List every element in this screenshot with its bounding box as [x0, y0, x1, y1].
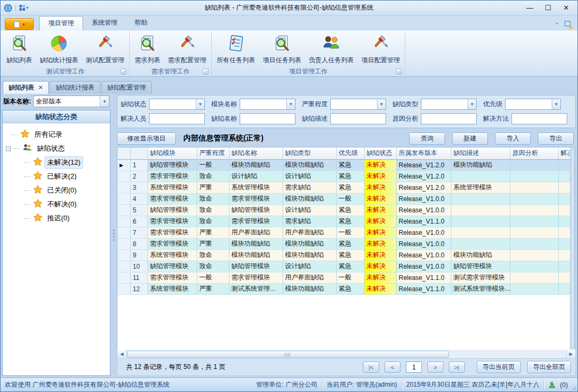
cell-severity[interactable]: 严重: [197, 227, 229, 238]
scrollbar-thumb[interactable]: [571, 149, 575, 349]
cell-analysis[interactable]: [510, 159, 558, 171]
ribbon-tab-帮助[interactable]: 帮助: [126, 16, 156, 31]
tree-item-所有记录[interactable]: 所有记录: [4, 128, 109, 142]
cell-priority[interactable]: 一般: [336, 193, 364, 204]
last-page-button[interactable]: >|: [449, 361, 465, 373]
cell-type[interactable]: 需求缺陷: [283, 216, 336, 227]
cell-module[interactable]: 系统管理模块: [147, 283, 197, 294]
window-arrow-icon[interactable]: [565, 21, 573, 28]
cell-priority[interactable]: 紧急: [336, 204, 364, 216]
cell-desc[interactable]: [451, 204, 510, 216]
cell-analysis[interactable]: [510, 171, 558, 182]
table-row[interactable]: 8需求管理模块严重模块功能缺陷模块功能缺陷紧急未解决Release_V1.0.0: [117, 238, 570, 249]
cell-solution[interactable]: [558, 249, 570, 261]
cell-type[interactable]: 需求缺陷: [283, 182, 336, 193]
cell-name[interactable]: 用户界面缺陷: [229, 227, 283, 238]
ribbon-button-需求列表[interactable]: 需求列表: [131, 33, 164, 66]
doc-tab-缺陷配置管理[interactable]: 缺陷配置管理: [101, 81, 152, 94]
cell-type[interactable]: 模块功能缺陷: [283, 159, 336, 171]
tree-item-不解决(0)[interactable]: 不解决(0): [4, 197, 109, 211]
column-header-解决方法[interactable]: 解决方法: [558, 147, 570, 159]
ribbon-button-缺陷统计报表[interactable]: 缺陷统计报表: [36, 33, 82, 66]
cell-version[interactable]: Release_V1.0.0: [396, 249, 451, 261]
user-icon[interactable]: [549, 381, 557, 389]
scroll-left-icon[interactable]: ◀: [117, 350, 127, 358]
cell-status[interactable]: 未解决: [364, 159, 396, 171]
cell-status[interactable]: 未解决: [364, 204, 396, 216]
cell-type[interactable]: 模块功能缺陷: [283, 193, 336, 204]
column-header-缺陷状态[interactable]: 缺陷状态: [364, 147, 396, 159]
导入-button[interactable]: 导入: [495, 132, 531, 145]
doc-tab-缺陷列表[interactable]: 缺陷列表✕: [3, 81, 49, 94]
cell-analysis[interactable]: [510, 193, 558, 204]
filter-input-原因分析[interactable]: [421, 114, 476, 124]
cell-severity[interactable]: 致命: [197, 193, 229, 204]
cell-desc[interactable]: 测试需求管理模块: [451, 272, 510, 283]
cell-name[interactable]: 模块功能缺陷: [229, 159, 283, 171]
application-menu-button[interactable]: ▾: [5, 18, 34, 30]
cell-module[interactable]: 需求管理模块: [147, 171, 197, 182]
table-row[interactable]: 10缺陷管理模块致命缺陷管理模块设计缺陷紧急未解决Release_V1.0.0缺…: [117, 261, 570, 272]
cell-desc[interactable]: [451, 171, 510, 182]
cell-status[interactable]: 未解决: [364, 227, 396, 238]
column-header-缺陷模块[interactable]: 缺陷模块: [147, 147, 197, 159]
cell-solution[interactable]: [558, 204, 570, 216]
cell-priority[interactable]: 紧急: [336, 216, 364, 227]
ribbon-button-项目配置管理[interactable]: 项目配置管理: [358, 33, 404, 66]
cell-priority[interactable]: 一般: [336, 272, 364, 283]
column-header-缺陷描述[interactable]: 缺陷描述: [451, 147, 510, 159]
doc-tab-缺陷统计报表[interactable]: 缺陷统计报表: [50, 81, 100, 94]
dialog-launcher-icon[interactable]: ◿: [121, 69, 127, 75]
ribbon-tab-系统管理[interactable]: 系统管理: [83, 16, 126, 31]
cell-version[interactable]: Release_V1.0.0: [396, 204, 451, 216]
column-header-所属发布版本[interactable]: 所属发布版本: [396, 147, 451, 159]
page-number-input[interactable]: [406, 361, 422, 373]
cell-desc[interactable]: [451, 193, 510, 204]
chevron-down-icon[interactable]: ▼: [552, 99, 560, 109]
cell-severity[interactable]: 严重: [197, 283, 229, 294]
cell-severity[interactable]: 致命: [197, 249, 229, 261]
resize-grip[interactable]: [571, 385, 576, 390]
cell-status[interactable]: 未解决: [364, 283, 396, 294]
cell-analysis[interactable]: [510, 227, 558, 238]
filter-input-严重程度[interactable]: [331, 99, 377, 109]
cell-type[interactable]: 用户界面缺陷: [283, 227, 336, 238]
column-header-严重程度[interactable]: 严重程度: [197, 147, 229, 159]
filter-input-优先级[interactable]: [506, 99, 552, 109]
chevron-down-icon[interactable]: ▼: [377, 99, 386, 109]
cell-solution[interactable]: [558, 182, 570, 193]
导出全部页-button[interactable]: 导出全部页: [527, 361, 571, 373]
ribbon-button-测试配置管理[interactable]: 测试配置管理: [82, 33, 128, 66]
cell-desc[interactable]: 模块功能缺陷: [451, 249, 510, 261]
ribbon-tab-项目管理[interactable]: 项目管理: [39, 16, 83, 31]
table-row[interactable]: 12系统管理模块严重测试系统管理...模块功能缺陷紧急未解决Release_V1…: [117, 283, 570, 294]
cell-type[interactable]: 设计缺陷: [283, 171, 336, 182]
filter-input-解决方法[interactable]: [512, 114, 567, 124]
table-row[interactable]: 5缺陷管理模块致命缺陷管理模块设计缺陷紧急未解决Release_V1.0.0: [117, 204, 570, 216]
cell-solution[interactable]: [558, 216, 570, 227]
column-header-缺陷类型[interactable]: 缺陷类型: [283, 147, 336, 159]
cell-module[interactable]: 缺陷管理模块: [147, 159, 197, 171]
新建-button[interactable]: 新建: [452, 132, 488, 145]
modify-columns-button[interactable]: 修改显示项目: [117, 132, 176, 145]
cell-priority[interactable]: 紧急: [336, 171, 364, 182]
cell-severity[interactable]: 致命: [197, 204, 229, 216]
cell-desc[interactable]: 缺陷管理模块: [451, 261, 510, 272]
cell-priority[interactable]: 紧急: [336, 283, 364, 294]
cell-type[interactable]: 模块功能缺陷: [283, 283, 336, 294]
ribbon-button-缺陷列表[interactable]: 缺陷列表: [3, 33, 36, 66]
cell-priority[interactable]: 一般: [336, 227, 364, 238]
cell-module[interactable]: 需求管理模块: [147, 272, 197, 283]
cell-analysis[interactable]: [510, 249, 558, 261]
cell-solution[interactable]: [558, 193, 570, 204]
导出-button[interactable]: 导出: [538, 132, 574, 145]
column-header-原因分析[interactable]: 原因分析: [510, 147, 558, 159]
table-row[interactable]: ▶1缺陷管理模块一般模块功能缺陷模块功能缺陷紧急未解决Release_V1.2.…: [117, 159, 570, 171]
version-combobox[interactable]: 全部版本 ▼: [33, 95, 109, 107]
cell-version[interactable]: Release_V1.1.0: [396, 272, 451, 283]
cell-module[interactable]: 需求管理模块: [147, 238, 197, 249]
tree-item-已解决(2)[interactable]: 已解决(2): [4, 169, 109, 183]
chevron-down-icon[interactable]: ▼: [100, 96, 109, 107]
table-row[interactable]: 7需求管理模块严重用户界面缺陷用户界面缺陷一般未解决Release_V1.0.0: [117, 227, 570, 238]
column-header-优先级[interactable]: 优先级: [336, 147, 364, 159]
